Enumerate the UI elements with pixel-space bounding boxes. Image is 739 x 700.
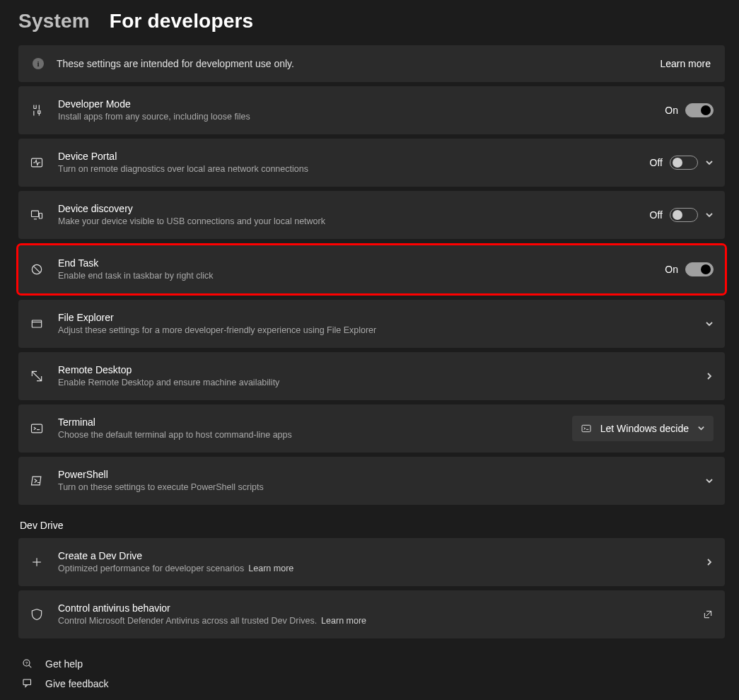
row-desc: Turn on remote diagnostics over local ar… (58, 163, 636, 175)
plus-icon (30, 555, 44, 569)
svg-rect-5 (32, 320, 41, 327)
terminal-dropdown[interactable]: Let Windows decide (572, 416, 714, 441)
row-title: Device Portal (58, 150, 636, 163)
learn-more-link[interactable]: Learn more (248, 564, 293, 573)
help-icon: ? (21, 658, 34, 670)
info-icon: i (33, 58, 44, 69)
row-title: File Explorer (58, 311, 691, 324)
feedback-icon (21, 677, 34, 690)
toggle-state-label: Off (650, 157, 663, 168)
row-title: Control antivirus behavior (58, 602, 688, 614)
powershell-icon (30, 474, 44, 488)
toggle-end-task[interactable] (685, 262, 714, 276)
row-create-dev-drive[interactable]: Create a Dev Drive Optimized performance… (18, 538, 725, 586)
chevron-right-icon (705, 372, 714, 380)
dropdown-selected: Let Windows decide (600, 423, 689, 434)
terminal-icon (30, 421, 44, 436)
devices-icon (30, 208, 44, 222)
svg-line-4 (33, 266, 40, 272)
row-desc: Adjust these settings for a more develop… (58, 325, 691, 336)
toggle-state-label: Off (650, 209, 663, 221)
breadcrumb: System For developers (18, 10, 725, 33)
shield-icon (30, 607, 44, 622)
heartbeat-icon (30, 156, 44, 170)
row-terminal: Terminal Choose the default terminal app… (18, 404, 725, 453)
open-external-icon (702, 609, 714, 620)
row-developer-mode: Developer Mode Install apps from any sou… (18, 86, 725, 134)
toggle-device-discovery[interactable] (670, 208, 698, 222)
chevron-down-icon (705, 320, 714, 328)
row-desc-text: Control Microsoft Defender Antivirus acr… (58, 616, 317, 626)
row-desc: Turn on these settings to execute PowerS… (58, 482, 691, 493)
terminal-icon (581, 423, 592, 434)
row-desc: Control Microsoft Defender Antivirus acr… (58, 615, 688, 626)
toggle-device-portal[interactable] (670, 156, 698, 170)
svg-rect-12 (23, 679, 31, 685)
svg-rect-1 (32, 211, 39, 216)
row-end-task: End Task Enable end task in taskbar by r… (18, 245, 725, 293)
toggle-developer-mode[interactable] (685, 103, 714, 117)
give-feedback-label: Give feedback (45, 678, 109, 689)
chevron-right-icon (705, 558, 714, 566)
row-control-antivirus[interactable]: Control antivirus behavior Control Micro… (18, 590, 725, 638)
row-desc: Optimized performance for developer scen… (58, 563, 691, 574)
svg-rect-2 (39, 214, 42, 219)
row-title: Terminal (58, 416, 558, 428)
chevron-down-icon (705, 477, 714, 485)
row-remote-desktop[interactable]: Remote Desktop Enable Remote Desktop and… (18, 352, 725, 400)
chevron-down-icon (705, 211, 714, 219)
info-message: These settings are intended for developm… (57, 58, 660, 69)
row-title: Developer Mode (58, 98, 651, 110)
folder-icon (30, 317, 44, 331)
row-desc: Enable Remote Desktop and ensure machine… (58, 377, 691, 388)
toggle-state-label: On (665, 264, 678, 275)
row-desc: Enable end task in taskbar by right clic… (58, 270, 651, 281)
row-desc-text: Optimized performance for developer scen… (58, 564, 244, 573)
chevron-down-icon (697, 423, 705, 434)
row-desc: Install apps from any source, including … (58, 111, 651, 122)
get-help-label: Get help (45, 658, 83, 670)
row-title: Create a Dev Drive (58, 549, 691, 562)
row-file-explorer[interactable]: File Explorer Adjust these settings for … (18, 300, 725, 348)
row-desc: Choose the default terminal app to host … (58, 429, 558, 441)
get-help-link[interactable]: ? Get help (21, 658, 725, 670)
row-title: Device discovery (58, 202, 636, 215)
row-desc: Make your device visible to USB connecti… (58, 216, 636, 227)
learn-more-link[interactable]: Learn more (321, 616, 366, 626)
learn-more-link[interactable]: Learn more (660, 58, 711, 69)
tools-icon (30, 103, 44, 117)
chevron-down-icon (705, 158, 714, 167)
row-device-portal[interactable]: Device Portal Turn on remote diagnostics… (18, 139, 725, 187)
svg-rect-6 (32, 424, 42, 433)
breadcrumb-current: For developers (110, 10, 254, 33)
breadcrumb-parent[interactable]: System (18, 10, 90, 33)
prohibit-icon (30, 262, 44, 276)
row-title: Remote Desktop (58, 363, 691, 376)
row-title: End Task (58, 257, 651, 269)
row-powershell[interactable]: PowerShell Turn on these settings to exe… (18, 457, 725, 505)
section-header-dev-drive: Dev Drive (20, 520, 725, 531)
info-banner: i These settings are intended for develo… (18, 45, 725, 82)
remote-icon (30, 369, 44, 383)
toggle-state-label: On (665, 105, 678, 116)
row-device-discovery[interactable]: Device discovery Make your device visibl… (18, 191, 725, 239)
svg-text:?: ? (25, 661, 28, 665)
row-title: PowerShell (58, 468, 691, 481)
svg-rect-7 (582, 425, 590, 431)
give-feedback-link[interactable]: Give feedback (21, 677, 725, 690)
